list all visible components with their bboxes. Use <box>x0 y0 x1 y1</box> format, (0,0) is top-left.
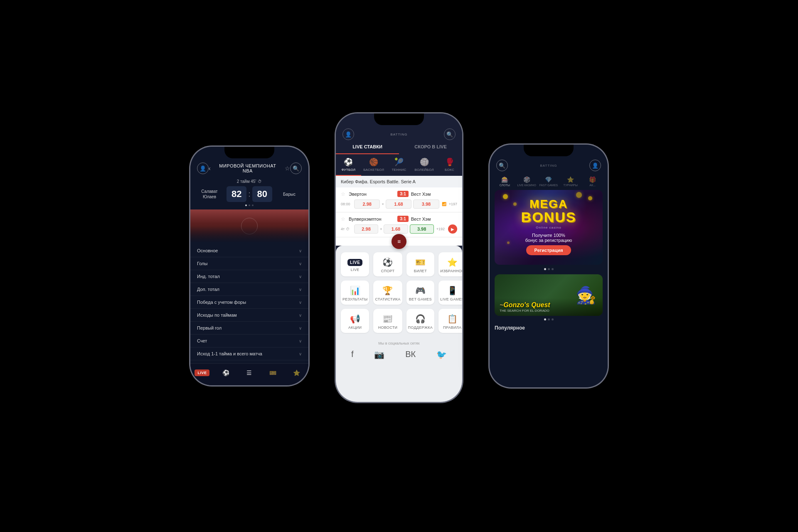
twitter-icon[interactable]: 🐦 <box>436 350 447 360</box>
match1-time: 08:00 <box>341 202 352 206</box>
bet-games-icon: 🎮 <box>415 286 426 296</box>
tennis-icon: 🎾 <box>394 158 404 167</box>
sport-tennis[interactable]: 🎾 ТЕННИС <box>387 158 412 176</box>
nav-live-casino[interactable]: 🎲 LIVE КАЗИНО <box>517 176 537 187</box>
game-card[interactable]: 🧙 ~Gonzo's Quest THE SEARCH FOR EL DORAD… <box>495 274 603 316</box>
profile-icon[interactable]: 👤 <box>197 163 209 174</box>
tab-live-stavki[interactable]: LIVE СТАВКИ <box>336 140 399 154</box>
p2-main-tabs: LIVE СТАВКИ СКОРО В LIVE <box>336 140 462 154</box>
nav-tournaments[interactable]: ⭐ ТУРНИРЫ <box>560 176 581 187</box>
vk-icon[interactable]: ВК <box>405 350 416 360</box>
menu-item-iskhody-tajmam[interactable]: Исходы по таймам ∨ <box>190 309 308 322</box>
menu-cell-favorites[interactable]: ⭐ ИЗБРАННОЕ <box>438 252 462 276</box>
menu-item-schet[interactable]: Счет ∨ <box>190 335 308 347</box>
promo-icon: 📢 <box>350 314 360 324</box>
nav-menu[interactable]: ☰ <box>242 367 257 379</box>
menu-cell-live-games[interactable]: 📱 LIVE GAMES <box>438 281 462 305</box>
slide-dot <box>249 204 250 206</box>
sport-volleyball[interactable]: 🏐 ВОЛЕЙБОЛ <box>411 158 437 176</box>
sport-boxing[interactable]: 🥊 БОКС <box>437 158 462 176</box>
menu-cell-live[interactable]: LIVE LIVE <box>341 252 369 276</box>
sport-basketball[interactable]: 🏀 БАСКЕТБОЛ <box>361 158 387 176</box>
menu-item-pobeda-fora[interactable]: Победа с учетом форы ∨ <box>190 296 308 309</box>
menu-item-ind-total[interactable]: Инд. тотал ∨ <box>190 270 308 283</box>
match1-odd2[interactable]: 1.68 <box>386 200 411 209</box>
game-card-overlay: ~Gonzo's Quest THE SEARCH FOR EL DORADO <box>495 298 603 316</box>
court-image <box>190 209 308 243</box>
match2-odd1[interactable]: 2.98 <box>354 224 378 234</box>
match2-play-button[interactable]: ▶ <box>448 224 457 234</box>
league-name: Кибер Фифа. Esports Battle. Serie A <box>341 179 416 184</box>
match1-team2: Вест Хэм <box>411 192 431 197</box>
popular-label: Популярное <box>495 325 525 331</box>
nav-favorite[interactable]: ⭐ <box>289 367 304 379</box>
menu-cell-rules[interactable]: 📋 ПРАВИЛА <box>438 309 462 333</box>
news-icon: 📰 <box>382 314 393 324</box>
hero-dot-3 <box>552 268 554 270</box>
p2-sport-tabs: ⚽ ФУТБОЛ 🏀 БАСКЕТБОЛ 🎾 ТЕННИС 🏐 ВОЛЕЙБОЛ… <box>336 154 462 176</box>
match2-odd3[interactable]: 3.98 <box>410 224 434 234</box>
menu-item-goly[interactable]: Голы ∨ <box>190 257 308 270</box>
search-icon[interactable]: 🔍 <box>290 163 302 174</box>
match1-more[interactable]: 📶 <box>442 202 446 206</box>
sport-football[interactable]: ⚽ ФУТБОЛ <box>336 158 361 176</box>
betting-menu: Основное ∨ Голы ∨ Инд. тотал ∨ Доп. тота… <box>190 243 308 363</box>
phone-2-notch <box>374 113 424 125</box>
nav-live[interactable]: LIVE <box>195 367 209 379</box>
live-games-icon: 📱 <box>447 286 458 296</box>
slots-icon: 🎰 <box>501 176 508 183</box>
bonus-text: BONUS <box>495 210 603 224</box>
instagram-icon[interactable]: 📷 <box>374 350 384 360</box>
court-center-circle <box>241 218 258 234</box>
match1-count: +197 <box>449 202 457 206</box>
facebook-icon[interactable]: f <box>351 350 354 360</box>
menu-cell-news[interactable]: 📰 НОВОСТИ <box>373 309 402 333</box>
match2-team1: Вулверхэмптон <box>349 217 381 222</box>
match2-count: +192 <box>436 227 445 231</box>
match1-score: 3:1 <box>397 191 408 197</box>
menu-cell-results[interactable]: 📊 РЕЗУЛЬТАТЫ <box>341 281 369 305</box>
nav-ak[interactable]: 🎁 АК... <box>582 176 603 187</box>
menu-cell-support[interactable]: 🎧 ПОДДЕРЖКА <box>406 309 435 333</box>
menu-cell-ticket[interactable]: 🎫 БИЛЕТ <box>406 252 435 276</box>
menu-cell-promo[interactable]: 📢 АКЦИИ <box>341 309 369 333</box>
menu-cell-sport[interactable]: ⚽ СПОРТ <box>373 252 402 276</box>
register-button[interactable]: Регистрация <box>526 245 571 255</box>
back-button[interactable]: ‹ <box>209 165 211 172</box>
menu-item-dop-total[interactable]: Доп. тотал ∨ <box>190 283 308 296</box>
p3-search-icon[interactable]: 🔍 <box>496 160 508 171</box>
favorite-icon[interactable]: ☆ <box>285 165 290 172</box>
nav-slots[interactable]: 🎰 СЛОТЫ <box>495 176 515 187</box>
menu-item-osnovnoe[interactable]: Основное ∨ <box>190 244 308 257</box>
football-icon: ⚽ <box>344 158 353 167</box>
menu-cell-stats[interactable]: 🏆 СТАТИСТИКА <box>373 281 402 305</box>
favorites-icon: ⭐ <box>447 257 458 267</box>
match1-odd3[interactable]: 3.98 <box>413 200 439 209</box>
fab-menu-button[interactable]: ≡ <box>392 234 406 249</box>
tournaments-icon: ⭐ <box>567 176 574 183</box>
phone-1-notch <box>224 147 274 158</box>
match1-odd1[interactable]: 2.98 <box>354 200 380 209</box>
p2-profile-icon[interactable]: 👤 <box>342 128 354 140</box>
p2-menu-overlay: LIVE LIVE ⚽ СПОРТ 🎫 БИЛЕТ ⭐ ИЗБРАННОЕ <box>336 246 462 402</box>
tab-skoro-live[interactable]: СКОРО В LIVE <box>399 140 462 154</box>
match2-odd2[interactable]: 1.68 <box>384 224 408 234</box>
nav-sport[interactable]: ⚽ <box>218 367 233 379</box>
coin-4 <box>576 192 582 198</box>
menu-item-pervyj-gol[interactable]: Первый гол ∨ <box>190 322 308 335</box>
p3-casino-nav: 🎰 СЛОТЫ 🎲 LIVE КАЗИНО 💎 FAST GAMES ⭐ ТУР… <box>490 175 608 190</box>
favorite-star-1[interactable]: ☆ <box>341 191 345 197</box>
p3-profile-icon[interactable]: 👤 <box>589 160 601 171</box>
p2-search-icon[interactable]: 🔍 <box>444 128 456 140</box>
menu-item-iskhod-1taim[interactable]: Исход 1-1 тайма и всего матча ∨ <box>190 347 308 360</box>
popular-section: Популярное <box>490 320 608 333</box>
sport-icon: ⚽ <box>382 257 393 267</box>
menu-cell-bet-games[interactable]: 🎮 BET GAMES <box>406 281 435 305</box>
social-title: Мы в социальных сетях <box>341 341 457 345</box>
favorite-star-2[interactable]: ☆ <box>341 216 345 222</box>
p3-logo: BATTING <box>540 164 557 167</box>
nav-fast-games[interactable]: 💎 FAST GAMES <box>539 176 559 187</box>
fast-games-icon: 💎 <box>545 176 552 183</box>
hero-banner: MEGA BONUS Online casino Получите 100%бо… <box>495 190 603 265</box>
nav-ticket[interactable]: 🎫 <box>266 367 281 379</box>
